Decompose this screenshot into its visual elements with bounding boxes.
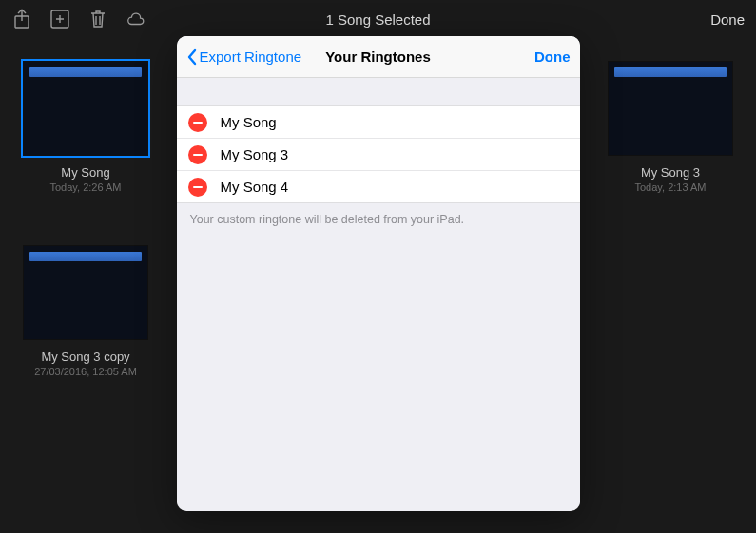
footnote: Your custom ringtone will be deleted fro… <box>177 203 580 236</box>
page-title: 1 Song Selected <box>325 11 430 28</box>
section-spacer <box>177 78 580 106</box>
ringtone-row[interactable]: My Song 3 <box>177 139 580 171</box>
song-card[interactable]: My Song 3 copy 27/03/2016, 12:05 AM <box>23 245 148 377</box>
add-icon[interactable] <box>49 9 70 29</box>
modal-done-button[interactable]: Done <box>534 48 571 65</box>
modal-title: Your Ringtones <box>325 48 431 65</box>
track-strip-icon <box>29 67 142 77</box>
modal-header: Export Ringtone Your Ringtones Done <box>177 36 580 78</box>
delete-icon[interactable] <box>188 145 207 164</box>
trash-icon[interactable] <box>87 9 108 29</box>
cloud-icon[interactable] <box>126 9 146 29</box>
song-meta: Today, 2:26 AM <box>49 181 121 193</box>
ringtone-label: My Song 3 <box>221 146 289 162</box>
back-button[interactable]: Export Ringtone <box>186 48 302 66</box>
song-title: My Song <box>61 165 109 180</box>
song-thumbnail[interactable] <box>23 245 148 340</box>
chevron-left-icon <box>186 48 198 66</box>
track-strip-icon <box>614 67 727 77</box>
delete-icon[interactable] <box>188 178 207 197</box>
ringtone-label: My Song <box>221 114 277 130</box>
delete-icon[interactable] <box>188 113 207 132</box>
topbar-done-button[interactable]: Done <box>710 11 745 28</box>
ringtones-modal: Export Ringtone Your Ringtones Done My S… <box>177 36 580 511</box>
share-icon[interactable] <box>11 9 32 29</box>
ringtone-row[interactable]: My Song 4 <box>177 171 580 203</box>
song-card[interactable]: My Song Today, 2:26 AM <box>23 61 148 193</box>
topbar: 1 Song Selected Done <box>0 0 756 38</box>
song-thumbnail[interactable] <box>23 61 148 156</box>
song-meta: Today, 2:13 AM <box>634 181 706 193</box>
topbar-icons <box>11 9 146 29</box>
song-title: My Song 3 copy <box>41 350 129 364</box>
ringtone-list: My Song My Song 3 My Song 4 <box>177 106 580 203</box>
track-strip-icon <box>29 252 142 261</box>
ringtone-row[interactable]: My Song <box>177 106 580 139</box>
song-title: My Song 3 <box>641 165 700 180</box>
song-meta: 27/03/2016, 12:05 AM <box>34 366 137 377</box>
ringtone-label: My Song 4 <box>221 179 289 195</box>
song-thumbnail[interactable] <box>608 61 733 156</box>
song-card[interactable]: My Song 3 Today, 2:13 AM <box>608 61 733 193</box>
back-label: Export Ringtone <box>200 48 302 65</box>
